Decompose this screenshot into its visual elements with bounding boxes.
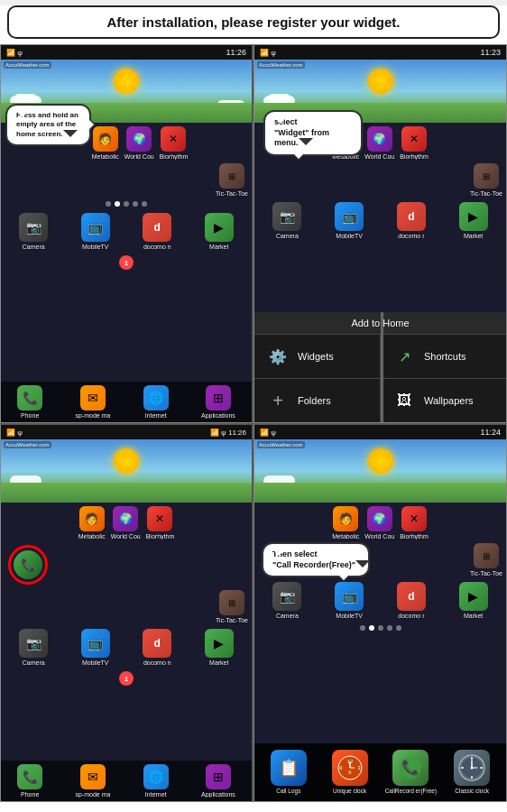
app-mobiletv-1[interactable]: 📺 MobileTV bbox=[67, 213, 125, 250]
app-tictactoe-3[interactable]: ⊞ Tic-Tac-Toe bbox=[216, 590, 248, 623]
tictactoe-label-1: Tic-Tac-Toe bbox=[216, 190, 248, 197]
app-row-3-q3: 📷 Camera 📺 MobileTV d docomo n ▶ Market bbox=[1, 625, 252, 669]
mobiletv-label-3: MobileTV bbox=[82, 660, 109, 666]
app-docomo-3[interactable]: d docomo n bbox=[128, 629, 187, 666]
market-icon-1: ▶ bbox=[205, 213, 234, 242]
quadrant-1: 📶 ψ 11:26 AccuWeather.com Press and h bbox=[0, 44, 254, 423]
app-worldcou-3[interactable]: 🌍 World Cou bbox=[111, 506, 141, 540]
internet-icon-3: 🌐 bbox=[143, 764, 169, 789]
app-biorhythm-3[interactable]: ✕ Biorhythm bbox=[146, 506, 175, 540]
app-biorhythm-1[interactable]: ✕ Biorhythm bbox=[160, 126, 189, 160]
mail-icon-1: ✉ bbox=[80, 385, 106, 411]
camera-icon-1: 📷 bbox=[19, 213, 48, 242]
page-wrapper: After installation, please register your… bbox=[0, 5, 507, 812]
app-row-3-q1: 📷 Camera 📺 MobileTV d docomo n ▶ Market bbox=[1, 209, 252, 254]
shortcuts-icon: ↗ bbox=[392, 344, 417, 369]
widget-callrecorder[interactable]: 📞 CallRecord er(Free) bbox=[383, 750, 438, 795]
app-camera-4[interactable]: 📷 Camera bbox=[258, 582, 317, 619]
app-camera-1[interactable]: 📷 Camera bbox=[5, 213, 63, 250]
phone-icon-1: 📞 bbox=[17, 385, 42, 411]
internet-icon-1: 🌐 bbox=[143, 385, 169, 411]
dock-apps-3[interactable]: ⊞ Applications bbox=[201, 764, 235, 798]
app-camera-3[interactable]: 📷 Camera bbox=[5, 629, 63, 666]
dock-apps-1[interactable]: ⊞ Applications bbox=[201, 385, 235, 419]
biorhythm-icon-1: ✕ bbox=[161, 126, 186, 152]
biorhythm-label-4: Biorhythm bbox=[400, 533, 429, 540]
app-market-1[interactable]: ▶ Market bbox=[190, 213, 249, 250]
phone-label-1: Phone bbox=[21, 412, 39, 419]
calllogs-icon: 📋 bbox=[271, 750, 307, 786]
app-worldcou-1[interactable]: 🌍 World Cou bbox=[124, 126, 154, 160]
docomo-icon-1: d bbox=[143, 213, 171, 242]
dock-phone-3[interactable]: 📞 Phone bbox=[17, 764, 42, 798]
apps-icon-1: ⊞ bbox=[206, 385, 231, 411]
app-tictactoe-1[interactable]: ⊞ Tic-Tac-Toe bbox=[216, 163, 248, 197]
app-row-2-q1: ⊞ Tic-Tac-Toe bbox=[1, 161, 252, 198]
app-metabolic-1[interactable]: 🧑 Metabolic bbox=[92, 126, 119, 160]
docomo-label-3: docomo n bbox=[143, 660, 171, 666]
sun-1 bbox=[114, 69, 139, 94]
dock-phone-1[interactable]: 📞 Phone bbox=[17, 385, 42, 419]
widget-calllogs[interactable]: 📋 Call Logs bbox=[262, 750, 316, 795]
app-docomo-1[interactable]: d docomo n bbox=[128, 213, 187, 250]
weather-widget-3: AccuWeather.com bbox=[1, 439, 252, 503]
shortcuts-label: Shortcuts bbox=[424, 351, 466, 362]
app-worldcou-2[interactable]: 🌍 World Cou bbox=[364, 126, 394, 160]
mobiletv-label-1: MobileTV bbox=[82, 244, 109, 250]
app-biorhythm-4[interactable]: ✕ Biorhythm bbox=[400, 506, 429, 540]
worldcou-label-1: World Cou bbox=[124, 153, 154, 160]
app-docomo-2[interactable]: d docomo r bbox=[383, 202, 441, 239]
menu-folders[interactable]: + Folders bbox=[254, 379, 380, 422]
dock-internet-1[interactable]: 🌐 Internet bbox=[143, 385, 169, 419]
app-market-2[interactable]: ▶ Market bbox=[444, 202, 502, 239]
phone-screen-1: 📶 ψ 11:26 AccuWeather.com Press and h bbox=[1, 45, 252, 422]
uniqueclock-label: Unique clock bbox=[333, 788, 366, 795]
biorhythm-icon-3: ✕ bbox=[147, 506, 172, 531]
tictactoe-icon-3: ⊞ bbox=[219, 590, 244, 615]
biorhythm-label-2: Biorhythm bbox=[400, 153, 429, 160]
dots-1 bbox=[1, 198, 252, 209]
app-mobiletv-3[interactable]: 📺 MobileTV bbox=[67, 629, 125, 666]
app-biorhythm-2[interactable]: ✕ Biorhythm bbox=[400, 126, 429, 160]
menu-widgets[interactable]: ⚙️ Widgets bbox=[254, 335, 380, 378]
menu-wallpapers[interactable]: 🖼 Wallpapers bbox=[381, 379, 506, 422]
app-metabolic-4[interactable]: 🧑 Metabolic bbox=[332, 506, 359, 540]
dock-mail-3[interactable]: ✉ sp-mode ma bbox=[75, 764, 110, 798]
widget-uniqueclock[interactable]: 12 6 9 3 Unique clock bbox=[323, 750, 377, 795]
worldcou-label-2: World Cou bbox=[364, 153, 394, 160]
app-tictactoe-4[interactable]: ⊞ Tic-Tac-Toe bbox=[470, 543, 502, 577]
app-market-4[interactable]: ▶ Market bbox=[444, 582, 502, 619]
app-docomo-4[interactable]: d docomo r bbox=[383, 582, 441, 619]
tictactoe-label-4: Tic-Tac-Toe bbox=[470, 570, 502, 577]
callrecorder-icon: 📞 bbox=[392, 750, 429, 786]
worldcou-icon-2: 🌍 bbox=[367, 126, 392, 152]
mobiletv-label-2: MobileTV bbox=[336, 233, 363, 239]
app-market-3[interactable]: ▶ Market bbox=[190, 629, 249, 666]
worldcou-label-4: World Cou bbox=[364, 533, 394, 540]
biorhythm-icon-2: ✕ bbox=[401, 126, 427, 152]
notif-dot-1: 1 bbox=[1, 254, 252, 272]
dock-internet-3[interactable]: 🌐 Internet bbox=[143, 764, 169, 798]
app-row-3-q4: 📷 Camera 📺 MobileTV d docomo r ▶ Market bbox=[254, 578, 506, 623]
widget-classicclock[interactable]: Classic clock bbox=[445, 750, 499, 795]
docomo-label-2: docomo r bbox=[398, 233, 424, 239]
status-left-4: 📶 ψ bbox=[260, 429, 276, 437]
metabolic-label-1: Metabolic bbox=[92, 153, 119, 160]
app-worldcou-4[interactable]: 🌍 World Cou bbox=[364, 506, 394, 540]
app-mobiletv-2[interactable]: 📺 MobileTV bbox=[320, 202, 379, 239]
add-to-home-menu: Add to Home ⚙️ Widgets ↗ Shortcuts bbox=[254, 312, 506, 422]
svg-point-17 bbox=[471, 767, 474, 770]
app-tictactoe-2[interactable]: ⊞ Tic-Tac-Toe bbox=[470, 163, 502, 197]
weather-widget-4: AccuWeather.com bbox=[254, 439, 506, 503]
speech-bubble-4: Then select "Call Recorder(Free)" bbox=[262, 542, 370, 577]
mail-label-3: sp-mode ma bbox=[75, 791, 110, 798]
menu-shortcuts[interactable]: ↗ Shortcuts bbox=[381, 335, 506, 378]
metabolic-icon-4: 🧑 bbox=[333, 506, 358, 531]
dock-mail-1[interactable]: ✉ sp-mode ma bbox=[75, 385, 110, 419]
app-camera-2[interactable]: 📷 Camera bbox=[258, 202, 317, 239]
bottom-dock-1: 📞 Phone ✉ sp-mode ma 🌐 Internet ⊞ Applic… bbox=[1, 382, 252, 422]
app-metabolic-3[interactable]: 🧑 Metabolic bbox=[78, 506, 106, 540]
uniqueclock-icon: 12 6 9 3 bbox=[332, 750, 368, 786]
app-row-3-q2: 📷 Camera 📺 MobileTV d docomo r ▶ Market bbox=[254, 198, 506, 243]
mobiletv-icon-3: 📺 bbox=[81, 629, 110, 658]
